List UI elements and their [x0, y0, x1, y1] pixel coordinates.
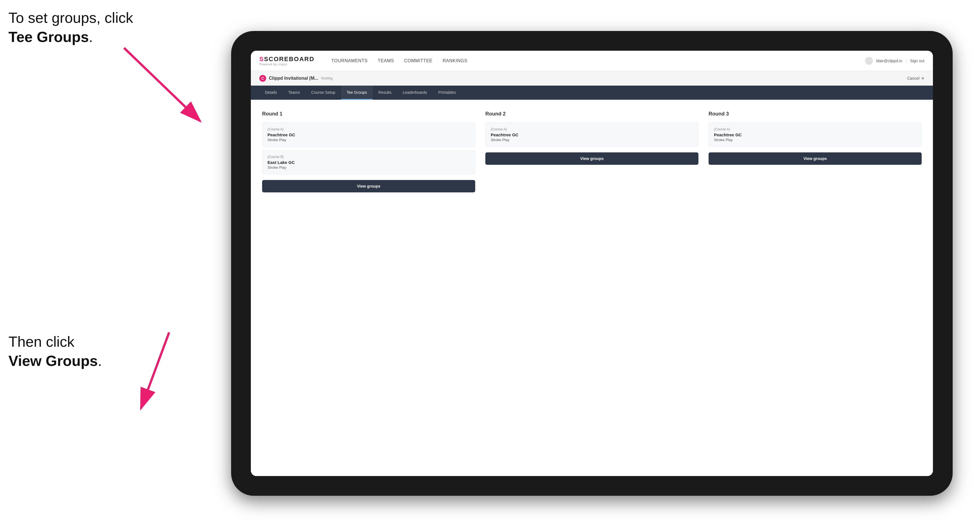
nav-rankings[interactable]: RANKINGS	[442, 58, 467, 63]
top-nav: SSCOREBOARD Powered by clippit TOURNAMEN…	[251, 51, 933, 71]
round-1-course-b-label: (Course B)	[267, 155, 470, 159]
arrow-to-tee-groups	[110, 40, 223, 141]
rounds-container: Round 1 (Course A) Peachtree GC Stroke P…	[262, 111, 922, 192]
logo-area: SSCOREBOARD Powered by clippit	[259, 56, 315, 66]
arrow-to-view-groups	[113, 324, 212, 422]
user-avatar	[865, 57, 873, 65]
round-1-title: Round 1	[262, 111, 475, 117]
instruction-bottom-bold: View Groups	[8, 352, 98, 369]
round-1-view-groups-button[interactable]: View groups	[262, 180, 475, 192]
sign-out-link[interactable]: Sign out	[910, 59, 924, 63]
round-3-course-a-name: Peachtree GC	[714, 132, 916, 137]
round-3-course-a-card: (Course A) Peachtree GC Stroke Play	[709, 122, 922, 147]
round-1-course-b-format: Stroke Play	[267, 165, 470, 170]
logo-sub: Powered by clippit	[259, 63, 315, 66]
cancel-button[interactable]: Cancel ✕	[907, 76, 924, 81]
tab-details[interactable]: Details	[259, 86, 283, 100]
tab-leaderboards[interactable]: Leaderboards	[397, 86, 433, 100]
nav-right: blair@clippd.io | Sign out	[865, 57, 924, 65]
tablet-screen: SSCOREBOARD Powered by clippit TOURNAMEN…	[251, 51, 933, 476]
content-area: Round 1 (Course A) Peachtree GC Stroke P…	[251, 100, 933, 476]
round-1-column: Round 1 (Course A) Peachtree GC Stroke P…	[262, 111, 475, 192]
instruction-top-period: .	[89, 29, 93, 45]
tab-results[interactable]: Results	[372, 86, 397, 100]
tournament-icon: C	[259, 75, 266, 82]
instruction-bottom-line1: Then click	[8, 333, 75, 350]
round-3-title: Round 3	[709, 111, 922, 117]
tournament-title: C Clippd Invitational (M... Hosting	[259, 75, 332, 82]
round-2-title: Round 2	[485, 111, 698, 117]
round-3-view-groups-button[interactable]: View groups	[709, 152, 922, 165]
tab-printables[interactable]: Printables	[433, 86, 461, 100]
tournament-name: Clippd Invitational (M...	[269, 76, 318, 81]
round-2-column: Round 2 (Course A) Peachtree GC Stroke P…	[485, 111, 698, 192]
svg-line-3	[141, 332, 169, 408]
instruction-bottom: Then click View Groups.	[8, 332, 102, 370]
tab-tee-groups[interactable]: Tee Groups	[341, 86, 372, 100]
logo-text: SSCOREBOARD	[259, 56, 315, 63]
tabs-bar: Details Teams Course Setup Tee Groups Re…	[251, 86, 933, 100]
tab-teams[interactable]: Teams	[283, 86, 305, 100]
round-2-course-a-card: (Course A) Peachtree GC Stroke Play	[485, 122, 698, 147]
svg-line-1	[124, 48, 200, 121]
user-email: blair@clippd.io	[876, 59, 902, 63]
round-1-course-a-name: Peachtree GC	[267, 132, 470, 137]
round-3-course-a-format: Stroke Play	[714, 138, 916, 142]
round-2-course-a-name: Peachtree GC	[491, 132, 693, 137]
tablet-frame: SSCOREBOARD Powered by clippit TOURNAMEN…	[231, 31, 953, 496]
nav-committee[interactable]: COMMITTEE	[404, 58, 433, 63]
round-1-course-a-label: (Course A)	[267, 127, 470, 131]
round-1-course-b-name: East Lake GC	[267, 160, 470, 165]
tab-course-setup[interactable]: Course Setup	[305, 86, 341, 100]
instruction-top-bold: Tee Groups	[8, 29, 89, 45]
round-1-course-b-card: (Course B) East Lake GC Stroke Play	[262, 150, 475, 175]
nav-items: TOURNAMENTS TEAMS COMMITTEE RANKINGS	[331, 58, 854, 63]
round-2-course-a-format: Stroke Play	[491, 138, 693, 142]
instruction-top-line1: To set groups, click	[8, 10, 133, 26]
hosting-badge: Hosting	[321, 76, 332, 80]
round-1-course-a-card: (Course A) Peachtree GC Stroke Play	[262, 122, 475, 147]
round-3-course-a-label: (Course A)	[714, 127, 916, 131]
instruction-bottom-period: .	[98, 352, 102, 369]
nav-teams[interactable]: TEAMS	[378, 58, 394, 63]
round-2-course-a-label: (Course A)	[491, 127, 693, 131]
cancel-x-icon: ✕	[921, 76, 924, 81]
nav-tournaments[interactable]: TOURNAMENTS	[331, 58, 368, 63]
sub-header: C Clippd Invitational (M... Hosting Canc…	[251, 71, 933, 86]
round-1-course-a-format: Stroke Play	[267, 138, 470, 142]
round-2-view-groups-button[interactable]: View groups	[485, 152, 698, 165]
round-3-column: Round 3 (Course A) Peachtree GC Stroke P…	[709, 111, 922, 192]
